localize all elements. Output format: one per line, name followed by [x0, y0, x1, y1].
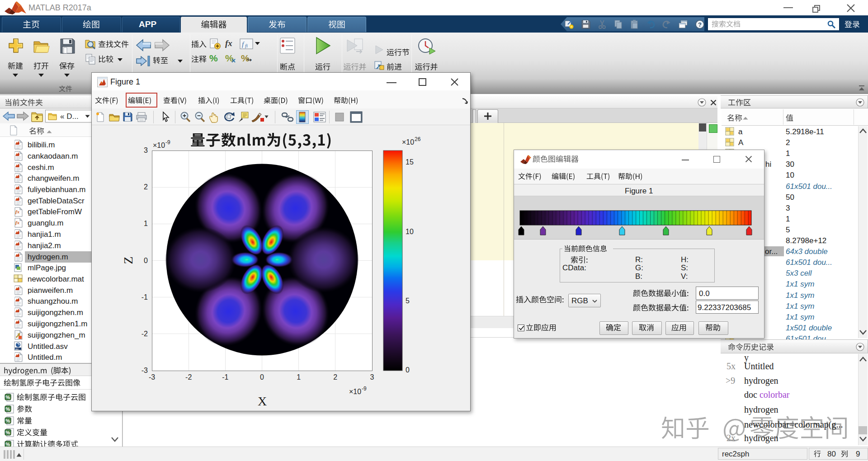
svg-text:fx: fx	[15, 209, 20, 214]
svg-text:0: 0	[260, 373, 264, 381]
svg-text:×10: ×10	[349, 388, 361, 395]
svg-text:1: 1	[297, 373, 301, 381]
svg-text:1: 1	[144, 220, 148, 227]
svg-text:0: 0	[406, 366, 410, 374]
svg-text:×10: ×10	[402, 138, 414, 146]
svg-text:%: %	[6, 442, 10, 447]
svg-text:2: 2	[144, 183, 148, 191]
svg-text:3: 3	[144, 146, 148, 154]
svg-text:%: %	[6, 406, 10, 412]
svg-text:0: 0	[144, 257, 148, 264]
svg-text:X: X	[258, 394, 267, 408]
svg-text:-9: -9	[362, 386, 367, 392]
svg-text:-2: -2	[142, 330, 148, 338]
svg-text:fi: fi	[245, 43, 248, 48]
svg-text:-3: -3	[142, 367, 148, 374]
svg-text:%: %	[6, 418, 10, 423]
svg-text:-9: -9	[165, 139, 170, 146]
svg-text:%: %	[6, 430, 10, 435]
svg-text:3: 3	[370, 373, 374, 381]
svg-text:15: 15	[406, 158, 414, 166]
svg-text:asv: asv	[15, 348, 19, 350]
svg-text:26: 26	[415, 136, 421, 142]
svg-text:-1: -1	[222, 373, 228, 381]
svg-text:-2: -2	[185, 373, 192, 381]
svg-text:10: 10	[406, 228, 414, 235]
svg-text:%: %	[6, 395, 10, 400]
svg-text:Z: Z	[121, 256, 135, 264]
svg-text:-3: -3	[149, 373, 155, 381]
svg-text:5: 5	[406, 297, 410, 305]
svg-text:-1: -1	[142, 293, 148, 301]
svg-text:?: ?	[698, 21, 702, 28]
svg-text:2: 2	[333, 373, 337, 381]
svg-text:×10: ×10	[153, 141, 165, 149]
svg-text:fx: fx	[15, 220, 20, 225]
